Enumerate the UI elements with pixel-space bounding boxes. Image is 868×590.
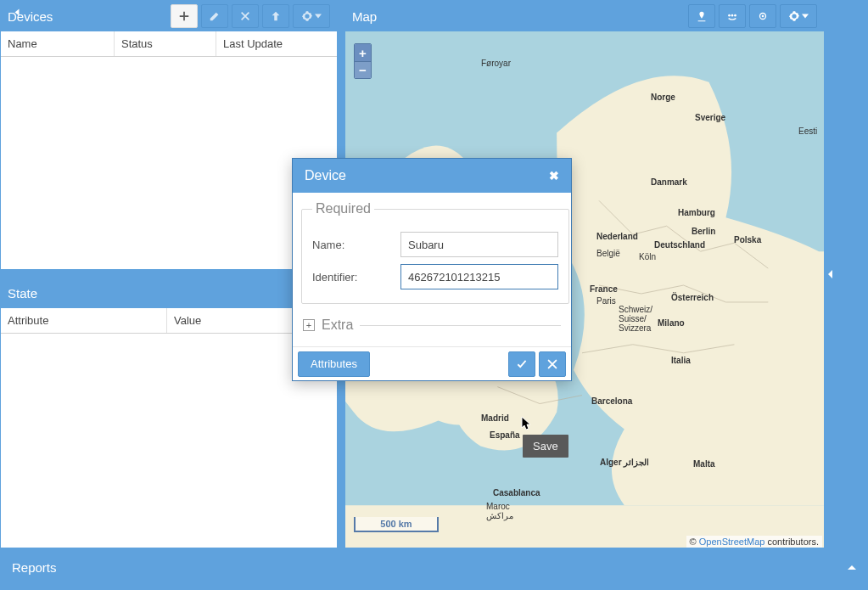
- state-title: State: [8, 286, 330, 301]
- map-settings-button[interactable]: [780, 4, 817, 28]
- devices-table-header: Name Status Last Update: [1, 31, 337, 57]
- reports-panel-collapsed[interactable]: Reports: [0, 548, 868, 587]
- zoom-control: + −: [354, 43, 372, 79]
- save-button[interactable]: [508, 351, 535, 377]
- required-legend: Required: [312, 201, 374, 216]
- zoom-out-button[interactable]: −: [355, 61, 371, 78]
- state-header: State: [1, 278, 337, 308]
- col-name[interactable]: Name: [1, 31, 115, 56]
- devices-header: Devices: [1, 1, 337, 31]
- dialog-header[interactable]: Device ✖: [293, 159, 571, 193]
- devices-title: Devices: [8, 9, 171, 24]
- identifier-label: Identifier:: [312, 271, 400, 284]
- map-attribution: © OpenStreetMap contributors.: [686, 536, 822, 548]
- edit-device-button[interactable]: [201, 4, 228, 28]
- col-status[interactable]: Status: [115, 31, 216, 56]
- dialog-title: Device: [305, 168, 346, 183]
- dialog-footer: Attributes: [293, 346, 571, 380]
- map-title: Map: [352, 9, 688, 24]
- svg-point-1: [731, 14, 734, 17]
- map-header: Map: [345, 1, 824, 31]
- col-attribute[interactable]: Attribute: [1, 308, 167, 333]
- remove-device-button[interactable]: [232, 4, 259, 28]
- required-fieldset: Required Name: Identifier:: [301, 201, 569, 304]
- locate-button[interactable]: [749, 4, 776, 28]
- svg-point-2: [734, 14, 736, 17]
- col-last-update[interactable]: Last Update: [216, 31, 337, 56]
- svg-point-0: [728, 14, 731, 17]
- extra-fieldset-toggle[interactable]: + Extra: [303, 317, 561, 333]
- osm-link[interactable]: OpenStreetMap: [699, 537, 765, 547]
- expand-icon: [15, 9, 20, 16]
- expand-icon: [848, 565, 856, 570]
- extra-legend: Extra: [322, 317, 353, 333]
- svg-point-4: [762, 15, 764, 18]
- cancel-button[interactable]: [539, 351, 566, 377]
- attributes-button[interactable]: Attributes: [298, 351, 370, 377]
- scale-bar: 500 km: [354, 517, 439, 532]
- close-icon[interactable]: ✖: [549, 169, 559, 183]
- add-device-button[interactable]: [171, 4, 198, 28]
- follow-button[interactable]: [688, 4, 715, 28]
- zoom-in-button[interactable]: +: [355, 44, 371, 61]
- name-label: Name:: [312, 239, 400, 251]
- save-tooltip: Save: [523, 435, 568, 458]
- name-input[interactable]: [400, 232, 558, 257]
- state-table-header: Attribute Value: [1, 308, 337, 334]
- device-settings-button[interactable]: [293, 4, 330, 28]
- geofences-button[interactable]: [719, 4, 746, 28]
- reports-title: Reports: [12, 560, 57, 575]
- identifier-input[interactable]: [400, 264, 558, 289]
- send-command-button[interactable]: [262, 4, 289, 28]
- device-dialog: Device ✖ Required Name: Identifier: + Ex…: [292, 158, 572, 381]
- expand-extra-icon[interactable]: +: [303, 319, 315, 331]
- state-panel: State Attribute Value: [0, 277, 338, 548]
- devices-panel: Devices Name Status Last Update: [0, 0, 338, 270]
- splitter-collapse-events[interactable]: [826, 0, 833, 548]
- divider: [360, 325, 561, 326]
